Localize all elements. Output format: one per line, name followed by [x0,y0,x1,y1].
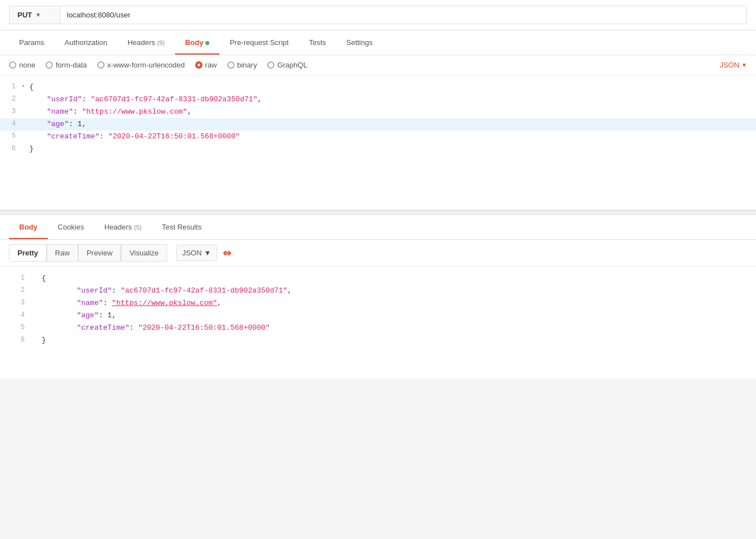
resp-format-selector[interactable]: JSON ▼ [176,245,218,261]
req-line-1: 1 ▾ { [0,81,756,93]
request-code-editor[interactable]: 1 ▾ { 2 "userId": "ac6707d1-fc97-42af-83… [0,75,756,210]
tab-settings[interactable]: Settings [336,30,383,55]
radio-binary [227,61,235,69]
url-input[interactable] [60,6,747,24]
radio-graphql [267,61,274,69]
req-line-2: 2 "userId": "ac6707d1-fc97-42af-8331-db9… [0,93,756,106]
radio-urlencoded [97,61,105,69]
resp-format-label: JSON [182,249,202,257]
req-line-4: 4 "age": 1, [0,118,756,131]
json-format-selector[interactable]: JSON ▼ [719,61,747,69]
tab-tests[interactable]: Tests [299,30,336,55]
response-code-editor: 1 { 2 "userId": "ac6707d1-fc97-42af-8331… [0,267,756,379]
resp-view-pretty[interactable]: Pretty [9,244,47,262]
resp-line-6: 6 } [0,334,756,347]
body-type-binary[interactable]: binary [227,61,257,69]
req-line-5: 5 "createTime": "2020-04-22T16:50:01.568… [0,131,756,143]
resp-view-preview[interactable]: Preview [78,244,121,262]
radio-form-data [46,61,53,69]
body-type-graphql[interactable]: GraphQL [267,61,307,69]
radio-none [9,61,16,69]
request-tabs-bar: Params Authorization Headers (9) Body Pr… [0,30,756,55]
body-type-form-data[interactable]: form-data [46,61,87,69]
method-chevron-icon: ▼ [35,12,41,18]
resp-tab-test-results[interactable]: Test Results [152,215,212,239]
json-format-label: JSON [719,61,739,69]
body-type-none[interactable]: none [9,61,35,69]
resp-line-5: 5 "createTime": "2020-04-22T16:50:01.568… [0,322,756,334]
resp-view-raw[interactable]: Raw [47,244,78,262]
tab-pre-request-script[interactable]: Pre-request Script [219,30,299,55]
resp-view-visualize[interactable]: Visualize [121,244,167,262]
tab-headers[interactable]: Headers (9) [118,30,175,55]
resp-line-2: 2 "userId": "ac6707d1-fc97-42af-8331-db9… [0,285,756,297]
body-type-urlencoded[interactable]: x-www-form-urlencoded [97,61,185,69]
resp-line-4: 4 "age": 1, [0,309,756,322]
method-selector[interactable]: PUT ▼ [9,6,60,24]
resp-format-chevron-icon: ▼ [204,249,212,257]
radio-raw [195,61,202,69]
req-line-6: 6 } [0,143,756,155]
resp-tab-headers[interactable]: Headers (5) [94,215,151,239]
tab-authorization[interactable]: Authorization [55,30,118,55]
req-line-3: 3 "name": "https://www.pkslow.com", [0,106,756,118]
section-divider [0,210,756,215]
method-label: PUT [17,11,32,19]
wrap-lines-icon[interactable]: ⇔ [223,247,231,259]
body-type-raw[interactable]: raw [195,61,217,69]
body-type-bar: none form-data x-www-form-urlencoded raw… [0,55,756,75]
resp-tab-body[interactable]: Body [9,215,48,239]
tab-params[interactable]: Params [9,30,55,55]
url-bar: PUT ▼ [0,0,756,30]
tab-body[interactable]: Body [175,30,220,55]
resp-tab-cookies[interactable]: Cookies [48,215,94,239]
resp-line-1: 1 { [0,272,756,285]
body-dot-indicator [205,41,209,45]
response-tabs-bar: Body Cookies Headers (5) Test Results [0,215,756,240]
json-chevron-icon: ▼ [741,62,747,68]
resp-line-3: 3 "name": "https://www.pkslow.com", [0,297,756,309]
response-toolbar: Pretty Raw Preview Visualize JSON ▼ ⇔ [0,240,756,267]
